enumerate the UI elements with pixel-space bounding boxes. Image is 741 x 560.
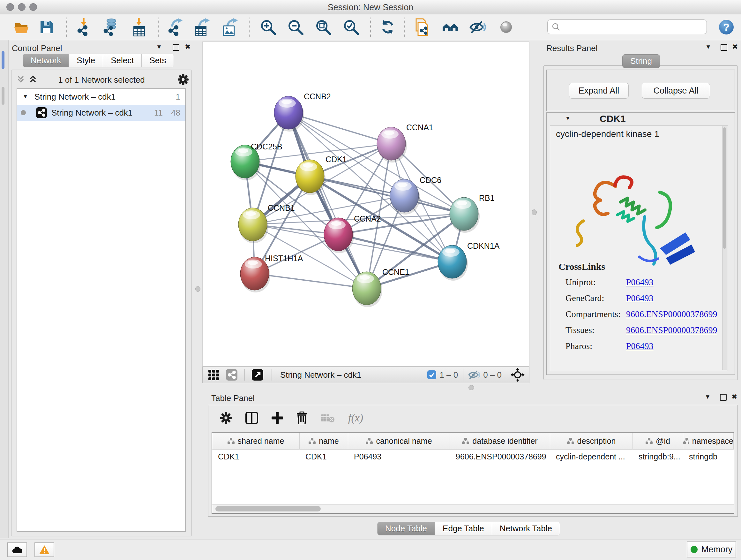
- function-builder-icon[interactable]: f(x): [348, 412, 363, 424]
- first-neighbors-button[interactable]: [441, 18, 459, 36]
- node-CCNA1[interactable]: [377, 127, 407, 163]
- network-thumbnail-icon[interactable]: [226, 369, 238, 381]
- crosslink-link[interactable]: P06493: [626, 293, 654, 303]
- add-column-plus-icon[interactable]: [272, 412, 283, 424]
- table-cell[interactable]: stringdb: [683, 449, 734, 463]
- column-header-databaseidentifier[interactable]: database identifier: [450, 433, 550, 449]
- control-panel-float-icon[interactable]: ▼: [156, 44, 162, 51]
- import-network-database-button[interactable]: [102, 18, 119, 36]
- control-tab-style[interactable]: Style: [69, 54, 103, 67]
- control-tab-sets[interactable]: Sets: [142, 54, 174, 67]
- table-cell[interactable]: CDK1: [300, 449, 348, 463]
- detach-view-icon[interactable]: [252, 369, 263, 381]
- zoom-selected-button[interactable]: [342, 18, 360, 36]
- control-panel-maximize-icon[interactable]: [173, 44, 179, 51]
- right-splitter-grip[interactable]: [532, 209, 537, 215]
- open-session-button[interactable]: [13, 18, 30, 36]
- refresh-view-button[interactable]: [379, 18, 397, 36]
- control-panel-close-icon[interactable]: ✖: [185, 43, 191, 51]
- table-panel-maximize-icon[interactable]: [720, 394, 727, 401]
- clone-network-button[interactable]: [413, 18, 431, 36]
- delete-column-trash-icon[interactable]: [296, 412, 307, 424]
- selected-checkbox-icon[interactable]: [427, 370, 436, 379]
- control-tab-network[interactable]: Network: [23, 54, 69, 67]
- zoom-in-button[interactable]: [259, 18, 277, 36]
- zoom-in-icon: [260, 19, 276, 36]
- network-options-gear-icon[interactable]: [178, 74, 189, 85]
- crosslink-link[interactable]: P06493: [626, 341, 654, 351]
- warnings-status-button[interactable]: [35, 543, 54, 557]
- zoom-out-button[interactable]: [286, 18, 305, 36]
- collection-expander-icon[interactable]: ▼: [23, 94, 28, 100]
- table-cell[interactable]: P06493: [348, 449, 450, 463]
- control-tab-select[interactable]: Select: [103, 54, 142, 67]
- import-table-file-button[interactable]: [130, 18, 148, 36]
- table-horizontal-scrollbar[interactable]: [212, 504, 734, 513]
- network-row[interactable]: String Network – cdk1 11 48: [17, 105, 185, 121]
- show-all-button[interactable]: [497, 18, 515, 36]
- column-header-name[interactable]: name: [300, 433, 348, 449]
- table-tab-node-table[interactable]: Node Table: [378, 522, 435, 535]
- table-cell[interactable]: stringdb:9...: [633, 449, 683, 463]
- grid-view-icon[interactable]: [208, 370, 219, 380]
- collapse-all-button[interactable]: Collapse All: [642, 83, 710, 99]
- table-panel-close-icon[interactable]: ✖: [731, 393, 737, 401]
- zoom-fit-button[interactable]: [314, 18, 332, 36]
- hide-selected-button[interactable]: [469, 18, 487, 36]
- delete-table-icon[interactable]: [321, 413, 335, 423]
- save-session-button[interactable]: [38, 18, 56, 36]
- crosslink-label: Tissues:: [565, 325, 626, 335]
- table-cell[interactable]: CDK1: [212, 449, 300, 463]
- column-header-id[interactable]: @id: [633, 433, 683, 449]
- column-header-canonicalname[interactable]: canonical name: [348, 433, 450, 449]
- table-panel-float-icon[interactable]: ▼: [704, 393, 711, 400]
- zoom-out-icon: [287, 19, 304, 36]
- hidden-eye-slash-icon[interactable]: [468, 370, 481, 380]
- left-splitter-grip[interactable]: [195, 286, 200, 292]
- results-panel-float-icon[interactable]: ▼: [705, 44, 711, 51]
- results-panel-close-icon[interactable]: ✖: [732, 43, 738, 51]
- horizontal-splitter-grip[interactable]: [468, 385, 474, 390]
- results-tab-string[interactable]: String: [622, 54, 660, 68]
- string-network-graph[interactable]: CCNB2CCNA1CDC25BCDK1CDC6RB1CCNB1CCNA2CDK…: [203, 42, 529, 366]
- fit-pan-crosshair-icon[interactable]: [511, 368, 525, 382]
- toolbar-separator: [249, 17, 250, 37]
- table-options-gear-icon[interactable]: [220, 412, 232, 424]
- node-CDK1[interactable]: [295, 160, 326, 195]
- node-CCNB2[interactable]: [274, 96, 304, 132]
- memory-status-button[interactable]: Memory: [687, 542, 736, 557]
- network-collection-row[interactable]: ▼ String Network – cdk1 1: [17, 89, 185, 105]
- dock-tab-gray[interactable]: [2, 87, 4, 105]
- column-header-namespace[interactable]: namespace: [683, 433, 734, 449]
- results-scrollbar[interactable]: [722, 126, 727, 370]
- edge-HIST1H1A-CCNE1[interactable]: [255, 273, 367, 288]
- table-cell[interactable]: cyclin-dependent ...: [550, 449, 633, 463]
- help-button[interactable]: ?: [718, 18, 735, 36]
- expand-all-button[interactable]: Expand All: [569, 83, 629, 99]
- crosslink-link[interactable]: P06493: [626, 277, 654, 287]
- node-CDKN1A[interactable]: [438, 245, 468, 281]
- crosslink-link[interactable]: 9606.ENSP00000378699: [626, 309, 717, 319]
- cloud-status-button[interactable]: [7, 543, 27, 557]
- table-cell[interactable]: 9606.ENSP00000378699: [450, 449, 550, 463]
- gene-card-expander-icon[interactable]: ▼: [565, 115, 570, 122]
- results-scrollbar-thumb[interactable]: [723, 127, 726, 249]
- column-header-description[interactable]: description: [550, 433, 633, 449]
- node-CCNE1[interactable]: [352, 272, 382, 307]
- export-table-button[interactable]: [193, 18, 211, 36]
- column-header-sharedname[interactable]: shared name: [212, 433, 300, 449]
- results-panel-maximize-icon[interactable]: [721, 44, 727, 51]
- import-network-file-button[interactable]: [74, 18, 92, 36]
- crosslink-link[interactable]: 9606.ENSP00000378699: [626, 325, 717, 335]
- table-tab-edge-table[interactable]: Edge Table: [435, 522, 492, 535]
- dock-tab-blue[interactable]: [2, 51, 4, 69]
- export-network-button[interactable]: [166, 18, 184, 36]
- search-input[interactable]: [560, 22, 706, 32]
- show-columns-icon[interactable]: [246, 412, 258, 424]
- table-tab-network-table[interactable]: Network Table: [492, 522, 560, 535]
- table-scrollbar-thumb[interactable]: [215, 506, 321, 511]
- node-CCNB1[interactable]: [239, 208, 268, 243]
- network-canvas[interactable]: CCNB2CCNA1CDC25BCDK1CDC6RB1CCNB1CCNA2CDK…: [202, 42, 529, 367]
- export-image-button[interactable]: [221, 18, 239, 36]
- node-RB1[interactable]: [450, 197, 480, 233]
